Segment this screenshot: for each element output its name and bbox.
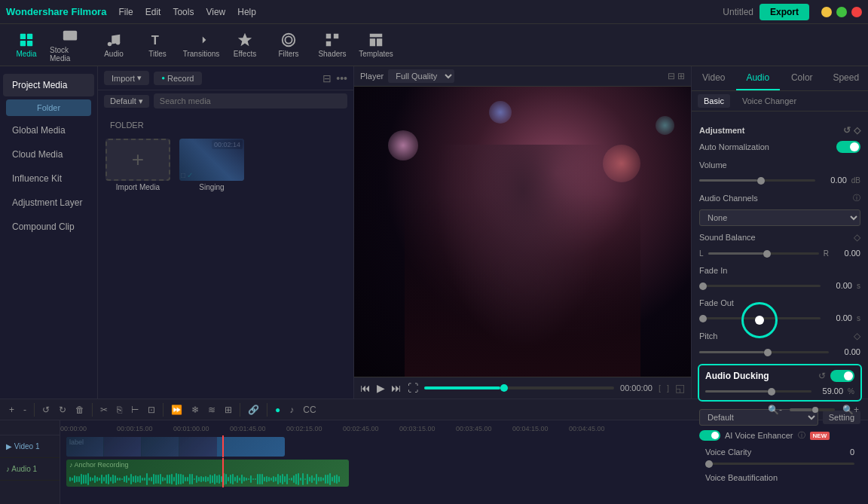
- voice-clarity-value[interactable]: [827, 447, 854, 457]
- tl-crop-button[interactable]: ⊡: [145, 403, 158, 417]
- tl-freeze-button[interactable]: ❄: [188, 403, 202, 417]
- pitch-value[interactable]: [833, 347, 860, 356]
- preview-timeline[interactable]: [424, 386, 614, 389]
- pitch-slider[interactable]: [699, 351, 829, 353]
- menu-edit[interactable]: Edit: [145, 7, 161, 17]
- tool-audio[interactable]: Audio: [93, 27, 134, 63]
- balance-l-label: L: [699, 249, 704, 258]
- fullscreen-button[interactable]: ⛶: [408, 382, 418, 394]
- tl-redo-button[interactable]: ↻: [56, 403, 69, 417]
- fade-out-value[interactable]: [825, 313, 852, 322]
- sort-button[interactable]: Default ▾: [104, 95, 149, 108]
- menu-view[interactable]: View: [206, 7, 225, 17]
- adjustment-reset-icon[interactable]: ↺: [843, 125, 851, 136]
- ducking-value[interactable]: [816, 386, 843, 396]
- tl-delete-button[interactable]: 🗑: [72, 403, 87, 417]
- ai-voice-enhancer-toggle[interactable]: [699, 430, 720, 441]
- sidebar-item-cloud-media[interactable]: Cloud Media: [3, 143, 94, 166]
- right-panel: Video Audio Color Speed Basic Voice Chan…: [691, 66, 868, 399]
- fade-out-slider[interactable]: [699, 317, 821, 319]
- import-media-item[interactable]: + Import Media: [104, 139, 172, 191]
- fade-in-slider[interactable]: [699, 285, 821, 287]
- tl-green-screen-button[interactable]: ●: [272, 403, 283, 417]
- adjustment-diamond-icon[interactable]: ◇: [854, 125, 860, 136]
- media-grid: FOLDER + Import Media 00:02:14 □ ✓ Singi…: [98, 111, 353, 197]
- sidebar-item-compound-clip[interactable]: Compound Clip: [3, 215, 94, 238]
- tool-transitions[interactable]: Transitions: [181, 27, 222, 63]
- skip-back-button[interactable]: ⏮: [360, 382, 371, 394]
- ducking-toggle[interactable]: [830, 370, 854, 382]
- tab-audio[interactable]: Audio: [736, 66, 781, 90]
- sidebar-item-folder[interactable]: Folder: [6, 99, 91, 116]
- audio-tab-voice-changer[interactable]: Voice Changer: [736, 94, 802, 108]
- tab-color[interactable]: Color: [780, 66, 824, 90]
- tl-add-track-button[interactable]: +: [6, 403, 17, 417]
- tl-zoom-slider[interactable]: [790, 408, 835, 411]
- tab-video[interactable]: Video: [692, 66, 736, 90]
- quality-select[interactable]: Full Quality: [388, 69, 454, 83]
- tl-speed-button[interactable]: ⏩: [168, 403, 185, 417]
- sound-balance-label-row: Sound Balance ◇: [692, 228, 868, 246]
- preview-options[interactable]: ⊟ ⊞: [668, 71, 685, 81]
- svg-rect-3: [27, 41, 32, 46]
- sound-balance-value[interactable]: [833, 249, 860, 258]
- menu-file[interactable]: File: [118, 7, 133, 17]
- close-button[interactable]: [851, 7, 862, 17]
- menu-tools[interactable]: Tools: [173, 7, 194, 17]
- tl-zoom-in-button[interactable]: 🔍+: [839, 403, 862, 417]
- tl-copy-button[interactable]: ⎘: [114, 403, 125, 417]
- menu-help[interactable]: Help: [237, 7, 256, 17]
- video-clip-1[interactable]: label: [66, 437, 285, 457]
- audio-clip-1[interactable]: ♪ Anchor Recording: [66, 460, 349, 487]
- tl-ripple-button[interactable]: ≋: [205, 403, 219, 417]
- audio-channels-select[interactable]: None: [699, 209, 860, 226]
- sound-balance-reset-icon[interactable]: ◇: [854, 232, 860, 243]
- audio-tabs: Basic Voice Changer: [692, 91, 868, 111]
- export-button[interactable]: Export: [760, 4, 809, 20]
- maximize-button[interactable]: [836, 7, 847, 17]
- sound-balance-slider[interactable]: [708, 252, 819, 255]
- tool-shaders[interactable]: Shaders: [312, 27, 353, 63]
- media-sub-toolbar: Default ▾: [98, 90, 353, 111]
- tl-zoom-out-button[interactable]: 🔍-: [765, 403, 785, 417]
- sidebar-item-global-media[interactable]: Global Media: [3, 119, 94, 142]
- search-input[interactable]: [154, 93, 347, 108]
- voice-clarity-slider[interactable]: [705, 463, 854, 465]
- filter-icon[interactable]: ⊟: [322, 72, 332, 84]
- auto-normalization-toggle[interactable]: [836, 141, 860, 153]
- tl-link-button[interactable]: 🔗: [245, 403, 262, 417]
- tl-cut-button[interactable]: ✂: [97, 403, 111, 417]
- tool-filters[interactable]: Filters: [268, 27, 309, 63]
- import-button[interactable]: Import ▾: [104, 71, 149, 85]
- sidebar-item-adjustment-layer[interactable]: Adjustment Layer: [3, 191, 94, 214]
- tl-minus-button[interactable]: -: [20, 403, 29, 417]
- fade-out-label-row: Fade Out: [692, 295, 868, 311]
- minimize-button[interactable]: [821, 7, 832, 17]
- skip-forward-button[interactable]: ⏭: [391, 382, 402, 394]
- pitch-label-row: Pitch ◇: [692, 327, 868, 345]
- sidebar-item-influence-kit[interactable]: Influence Kit: [3, 167, 94, 190]
- ducking-slider[interactable]: [705, 390, 811, 393]
- singing-media-item[interactable]: 00:02:14 □ ✓ Singing: [178, 139, 246, 191]
- tool-media[interactable]: Media: [6, 27, 47, 63]
- tool-templates[interactable]: Templates: [356, 27, 396, 63]
- volume-slider[interactable]: [699, 179, 815, 182]
- audio-tab-basic[interactable]: Basic: [698, 94, 730, 108]
- ducking-reset-icon[interactable]: ↺: [818, 371, 826, 381]
- play-button[interactable]: ▶: [377, 382, 385, 394]
- tab-speed[interactable]: Speed: [824, 66, 869, 90]
- tool-effects[interactable]: Effects: [225, 27, 265, 63]
- tl-group-button[interactable]: ⊞: [222, 403, 235, 417]
- fade-in-value[interactable]: [825, 281, 852, 290]
- tl-caption-button[interactable]: CC: [300, 403, 319, 417]
- sidebar-item-project-media[interactable]: Project Media: [3, 74, 94, 96]
- record-button[interactable]: ● Record: [154, 72, 201, 85]
- more-options-icon[interactable]: •••: [336, 72, 347, 84]
- pitch-reset-icon[interactable]: ◇: [854, 331, 860, 341]
- tl-undo-button[interactable]: ↺: [39, 403, 53, 417]
- tool-titles[interactable]: T Titles: [137, 27, 178, 63]
- tl-split-button[interactable]: ⊢: [128, 403, 142, 417]
- tool-stock-media[interactable]: Stock Media: [50, 27, 90, 63]
- tl-audio-button[interactable]: ♪: [286, 403, 297, 417]
- volume-value[interactable]: [820, 176, 847, 185]
